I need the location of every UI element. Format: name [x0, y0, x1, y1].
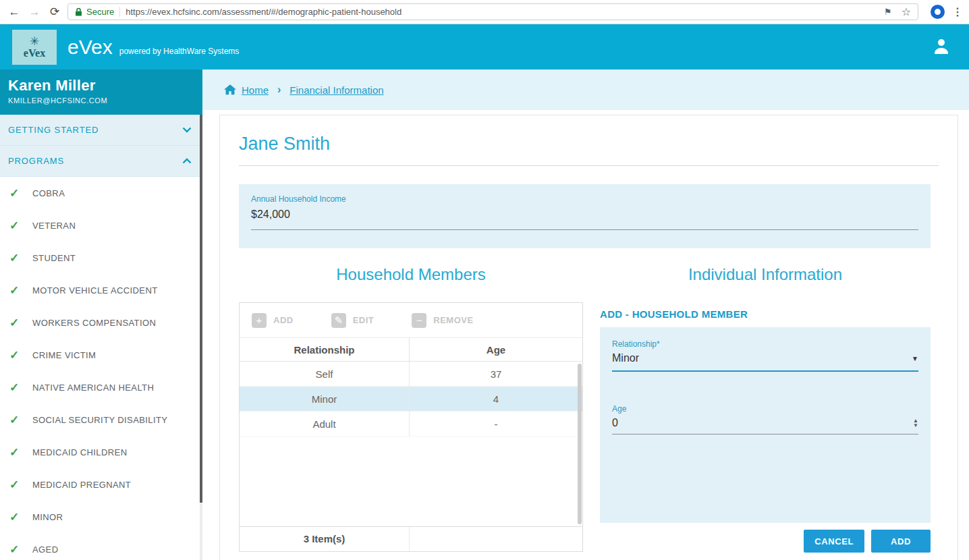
check-icon: ✓	[9, 413, 32, 427]
cell-age: 37	[410, 368, 582, 380]
program-label: MEDICAID CHILDREN	[32, 447, 127, 457]
income-input[interactable]: $24,000	[251, 208, 918, 230]
dropdown-caret-icon: ▼	[912, 355, 918, 362]
sidebar-item-program[interactable]: ✓ VETERAN	[0, 209, 202, 242]
sidebar-section-getting-started[interactable]: GETTING STARTED	[0, 115, 202, 146]
main-content: Home › Financial Information Jane Smith …	[202, 69, 969, 560]
check-icon: ✓	[9, 381, 32, 395]
check-icon: ✓	[9, 445, 32, 459]
form-actions: CANCEL ADD	[600, 530, 931, 553]
check-icon: ✓	[9, 186, 32, 200]
chevron-up-icon	[182, 158, 192, 164]
sidebar-item-program[interactable]: ✓ SOCIAL SECURITY DISABILITY	[0, 403, 202, 436]
check-icon: ✓	[9, 316, 32, 330]
check-icon: ✓	[9, 348, 32, 362]
program-label: CRIME VICTIM	[32, 350, 96, 360]
sidebar-item-program[interactable]: ✓ MEDICAID CHILDREN	[0, 436, 202, 468]
check-icon: ✓	[9, 510, 32, 524]
sidebar-section-programs[interactable]: PROGRAMS	[0, 146, 202, 177]
section-label: GETTING STARTED	[8, 125, 99, 135]
check-icon: ✓	[9, 219, 32, 233]
edit-label: EDIT	[353, 315, 375, 325]
add-button[interactable]: ADD	[871, 530, 931, 553]
logo-text: eVex	[24, 48, 45, 59]
forward-icon[interactable]: →	[24, 5, 45, 19]
program-label: COBRA	[32, 188, 65, 198]
browser-menu-icon[interactable]: ⋮	[950, 5, 965, 18]
table-footer: 3 Item(s)	[240, 526, 582, 551]
breadcrumb-current-link[interactable]: Financial Information	[289, 84, 383, 96]
item-count: 3 Item(s)	[240, 527, 410, 551]
cell-age: -	[410, 418, 582, 430]
sidebar-item-program[interactable]: ✓ MINOR	[0, 501, 202, 533]
age-input[interactable]: 0 ▲ ▼	[612, 417, 918, 435]
user-profile-icon[interactable]	[931, 36, 951, 59]
cancel-button[interactable]: CANCEL	[804, 530, 864, 553]
pencil-icon: ✎	[331, 313, 346, 328]
sidebar-item-program[interactable]: ✓ AGED	[0, 533, 202, 560]
page-flag-icon[interactable]: ⚑	[884, 7, 892, 17]
program-label: AGED	[32, 544, 58, 555]
relationship-label: Relationship*	[612, 339, 918, 349]
program-label: NATIVE AMERICAN HEALTH	[32, 383, 154, 393]
income-label: Annual Household Income	[251, 194, 918, 204]
table-scrollbar[interactable]	[578, 364, 582, 524]
check-icon: ✓	[9, 283, 32, 298]
breadcrumb: Home › Financial Information	[202, 69, 969, 110]
household-table: + ADD ✎ EDIT − REMOVE Relation	[239, 302, 583, 552]
number-stepper-icon[interactable]: ▲ ▼	[913, 418, 918, 428]
secure-label[interactable]: Secure	[86, 7, 114, 17]
edit-member-button[interactable]: ✎ EDIT	[331, 313, 375, 328]
browser-profile-avatar[interactable]	[931, 5, 945, 19]
program-label: WORKERS COMPENSATION	[32, 318, 156, 328]
age-label: Age	[612, 404, 918, 414]
address-bar[interactable]: Secure https://evex.hcfsinc.com/assessme…	[67, 3, 918, 20]
add-member-button[interactable]: + ADD	[252, 313, 294, 328]
refresh-icon[interactable]: ⟳	[45, 5, 65, 19]
sidebar-item-program[interactable]: ✓ WORKERS COMPENSATION	[0, 306, 202, 339]
back-icon[interactable]: ←	[4, 5, 24, 19]
home-icon	[224, 84, 236, 95]
individual-information-title: Individual Information	[600, 265, 931, 284]
check-icon: ✓	[9, 478, 32, 492]
patient-name: Jane Smith	[239, 134, 939, 155]
breadcrumb-home-link[interactable]: Home	[224, 84, 269, 96]
cell-age: 4	[410, 393, 582, 405]
sidebar-item-program[interactable]: ✓ NATIVE AMERICAN HEALTH	[0, 371, 202, 403]
sidebar-item-program[interactable]: ✓ MOTOR VEHICLE ACCIDENT	[0, 274, 202, 306]
relationship-select[interactable]: Minor ▼	[612, 352, 918, 372]
income-panel: Annual Household Income $24,000	[239, 184, 931, 248]
add-household-member-subtitle: ADD - HOUSEHOLD MEMBER	[600, 308, 931, 320]
program-label: VETERAN	[32, 221, 76, 231]
sidebar-item-program[interactable]: ✓ MEDICAID PREGNANT	[0, 468, 202, 501]
table-row[interactable]: Adult -	[240, 412, 582, 437]
app-header: ✳ eVex eVex powered by HealthWare System…	[0, 24, 969, 69]
table-toolbar: + ADD ✎ EDIT − REMOVE	[240, 303, 582, 338]
table-row[interactable]: Minor 4	[240, 387, 582, 412]
column-header-relationship: Relationship	[240, 338, 410, 362]
household-members-title: Household Members	[239, 265, 583, 284]
chevron-down-icon	[182, 127, 192, 133]
program-label: SOCIAL SECURITY DISABILITY	[32, 415, 167, 425]
breadcrumb-separator-icon: ›	[277, 84, 281, 96]
table-row[interactable]: Self 37	[240, 362, 582, 387]
sidebar-user-block: Karen Miller KMILLER@HCFSINC.COM	[0, 69, 202, 115]
section-label: PROGRAMS	[8, 156, 64, 166]
program-list: ✓ COBRA ✓ VETERAN ✓ STUDENT ✓ MOTOR VEHI…	[0, 177, 202, 560]
url-text: https://evex.hcfsinc.com/assessment/#/de…	[126, 7, 402, 17]
minus-icon: −	[412, 313, 426, 328]
bookmark-star-icon[interactable]: ☆	[902, 5, 911, 18]
check-icon: ✓	[9, 542, 32, 557]
sidebar-item-program[interactable]: ✓ STUDENT	[0, 242, 202, 274]
aloe-plant-icon: ✳	[30, 36, 39, 47]
cell-relationship: Minor	[240, 387, 410, 412]
program-label: MINOR	[32, 512, 63, 522]
remove-member-button[interactable]: − REMOVE	[412, 313, 473, 328]
table-header-row: Relationship Age	[240, 338, 582, 362]
sidebar-item-program[interactable]: ✓ COBRA	[0, 177, 202, 209]
sidebar-item-program[interactable]: ✓ CRIME VICTIM	[0, 339, 202, 371]
browser-toolbar: ← → ⟳ Secure https://evex.hcfsinc.com/as…	[0, 0, 969, 24]
program-label: STUDENT	[32, 253, 76, 263]
address-divider	[119, 7, 120, 17]
table-body: Self 37 Minor 4 Adult -	[240, 362, 582, 526]
